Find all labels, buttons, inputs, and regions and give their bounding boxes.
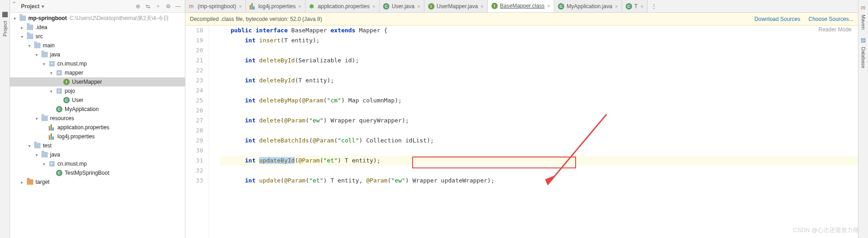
tree-pkg2[interactable]: ▾cn.imust.mp <box>10 159 185 168</box>
structure-icon[interactable] <box>2 12 8 17</box>
tree-testmp[interactable]: ▸CTestMpSpringBoot <box>10 168 185 177</box>
close-icon[interactable]: × <box>373 4 375 9</box>
tree-pkg1[interactable]: ▾cn.imust.mp <box>10 59 185 68</box>
tree-root[interactable]: ▾mp-springbootC:\Users\2\Desktop\itheima… <box>10 14 185 23</box>
tabs-overflow[interactable]: ⋮ <box>648 0 660 12</box>
close-icon[interactable]: × <box>547 3 550 9</box>
project-view-title[interactable]: Project <box>21 3 40 10</box>
project-tree: ▾mp-springbootC:\Users\2\Desktop\itheima… <box>10 13 185 238</box>
interface-icon: I <box>428 3 434 10</box>
gutter-icons <box>209 25 217 238</box>
decompile-banner: Decompiled .class file, bytecode version… <box>185 13 858 25</box>
tab-log4j[interactable]: log4j.properties× <box>246 0 306 12</box>
line-gutter: 18192021222324252627282930313233 <box>185 25 209 238</box>
props-icon <box>250 3 256 10</box>
choose-sources-link[interactable]: Choose Sources... <box>808 16 853 22</box>
tab-application-props[interactable]: ⬢application.properties× <box>306 0 380 12</box>
reader-mode-label[interactable]: Reader Mode <box>818 26 852 33</box>
banner-text: Decompiled .class file, bytecode version… <box>190 16 322 22</box>
tree-src[interactable]: ▾src <box>10 32 185 41</box>
close-icon[interactable]: × <box>298 4 301 9</box>
code-editor[interactable]: 18192021222324252627282930313233 public … <box>185 25 858 238</box>
tree-java[interactable]: ▾java <box>10 50 185 59</box>
tab-myapplication[interactable]: CMyApplication.java× <box>554 0 622 12</box>
tab-usermapper[interactable]: IUserMapper.java× <box>424 0 488 12</box>
download-sources-link[interactable]: Download Sources <box>755 16 801 22</box>
tree-appprops[interactable]: ▸application.properties <box>10 123 185 132</box>
tree-java2[interactable]: ▾java <box>10 150 185 159</box>
tree-pojo[interactable]: ▾pojo <box>10 86 185 96</box>
left-tool-strip: Project <box>0 0 10 238</box>
class-icon: C <box>383 3 389 10</box>
close-icon[interactable]: × <box>239 4 242 9</box>
tree-myapp[interactable]: ▸CMyApplication <box>10 105 185 114</box>
locate-icon[interactable]: ⊕ <box>134 2 142 10</box>
editor-tabs: m(mp-springboot)× log4j.properties× ⬢app… <box>185 0 858 13</box>
interface-icon: I <box>491 3 498 9</box>
close-icon[interactable]: × <box>615 4 618 9</box>
tree-main[interactable]: ▾main <box>10 41 185 50</box>
project-panel: Project ▾ ⊕ ⇆ ÷ ⚙ — ▾mp-springbootC:\Use… <box>10 0 185 238</box>
database-icon: ▤ <box>861 37 866 43</box>
tree-user[interactable]: ▸CUser <box>10 96 185 105</box>
maven-tool[interactable]: mMaven <box>861 5 866 30</box>
tab-user[interactable]: CUser.java× <box>379 0 424 12</box>
tree-test[interactable]: ▾test <box>10 141 185 150</box>
collapse-icon[interactable]: ÷ <box>154 2 162 10</box>
class-icon: C <box>626 3 632 10</box>
chevron-down-icon[interactable]: ▾ <box>41 3 44 10</box>
close-icon[interactable]: × <box>417 4 420 9</box>
tree-resources[interactable]: ▾resources <box>10 114 185 123</box>
watermark: CSDN @心态还需努力呀 <box>793 226 859 234</box>
tree-target[interactable]: ▸target <box>10 177 185 187</box>
class-icon: C <box>558 3 564 10</box>
tree-usermapper[interactable]: ▸IUserMapper <box>10 77 185 86</box>
project-view-icon <box>13 3 19 10</box>
right-tool-strip: mMaven ▤Database <box>858 0 868 238</box>
tree-log4j[interactable]: ▸log4j.properties <box>10 132 185 141</box>
project-panel-header: Project ▾ ⊕ ⇆ ÷ ⚙ — <box>10 0 185 13</box>
hide-icon[interactable]: — <box>174 2 182 10</box>
spring-icon: ⬢ <box>309 3 316 10</box>
gear-icon[interactable]: ⚙ <box>164 2 172 10</box>
project-tool-label[interactable]: Project <box>2 21 8 36</box>
tab-mp-springboot[interactable]: m(mp-springboot)× <box>185 0 246 12</box>
code-content[interactable]: public interface BaseMapper extends Mapp… <box>217 25 858 238</box>
database-tool[interactable]: ▤Database <box>861 37 866 68</box>
tab-basemapper[interactable]: IBaseMapper.class× <box>488 0 555 12</box>
tab-trunc[interactable]: CT× <box>622 0 648 12</box>
tree-mapper[interactable]: ▾mapper <box>10 68 185 77</box>
tree-idea[interactable]: ▸.idea <box>10 23 185 32</box>
close-icon[interactable]: × <box>640 4 643 9</box>
expand-icon[interactable]: ⇆ <box>144 2 152 10</box>
editor-area: m(mp-springboot)× log4j.properties× ⬢app… <box>185 0 858 238</box>
maven-icon: m <box>189 3 195 10</box>
close-icon[interactable]: × <box>480 4 483 9</box>
